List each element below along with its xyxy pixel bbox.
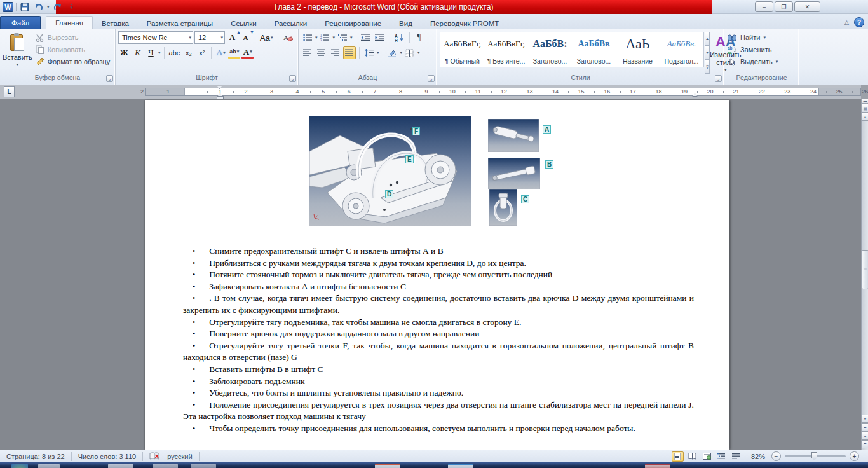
font-color-button[interactable]: А▾ [241,46,254,59]
format-painter-button[interactable]: Формат по образцу [35,57,111,67]
bullets-dropdown[interactable]: ▾ [315,35,318,40]
multilevel-list-button[interactable] [336,31,349,44]
word-logo-icon[interactable]: W [3,2,13,12]
next-page-button[interactable]: ⏷ [862,440,868,448]
show-marks-button[interactable]: ¶ [413,31,426,44]
proofing-status[interactable] [143,450,166,462]
increase-indent-button[interactable] [374,31,386,44]
shrink-font-button[interactable]: А▼ [240,31,252,44]
zoom-slider-thumb[interactable] [811,452,817,460]
taskbar-icon[interactable] [108,464,133,468]
decrease-indent-button[interactable] [360,31,372,44]
highlight-color-button[interactable]: ab▾ [228,46,240,59]
change-case-button[interactable]: Аа▾ [259,31,275,44]
hanging-indent-marker[interactable] [217,93,222,99]
draft-view-button[interactable] [730,451,742,462]
style-normal[interactable]: АаБбВвГг, ¶ Обычный [440,32,484,67]
font-name-combo[interactable]: Times New Rc ▾ [118,31,193,44]
borders-button[interactable] [403,46,416,59]
select-browse-object-button[interactable]: ● [862,432,868,440]
shading-dropdown[interactable]: ▾ [400,50,403,55]
taskbar-icon[interactable] [38,464,60,468]
scroll-down-icon[interactable]: ▼ [862,415,868,423]
find-button[interactable]: Найти▾ [727,32,796,43]
styles-more-button[interactable]: ⊽ [705,60,710,74]
styles-scroll-up[interactable]: ▲ [705,32,710,46]
vertical-scrollbar[interactable]: ▬ ▤ ▲ ▼ ⏶ ● ⏷ [861,99,868,450]
tab-file[interactable]: Файл [0,16,41,29]
language-indicator[interactable]: русский [166,450,198,462]
horizontal-ruler[interactable]: 2 1 123456789101112131415161718192021222… [145,88,861,96]
style-no-spacing[interactable]: АаБбВвГг, ¶ Без инте... [484,32,528,67]
select-button[interactable]: Выделить▾ [727,57,796,67]
superscript-button[interactable]: х² [196,46,208,59]
paragraph-dialog-launcher[interactable]: ⌟ [428,75,435,82]
print-layout-view-button[interactable] [672,451,684,462]
minimize-button[interactable]: – [755,1,773,12]
undo-dropdown[interactable]: ▾ [47,4,50,10]
bullet-list[interactable]: •Снимите предохранительный штифт С и изв… [183,245,694,435]
split-handle[interactable]: ▬ [862,99,868,104]
taskbar-icon[interactable] [153,464,178,468]
scroll-up-icon[interactable]: ▲ [862,113,868,121]
help-icon[interactable]: ? [854,17,864,27]
start-button[interactable] [11,464,28,468]
word-count[interactable]: Число слов: 3 110 [72,450,143,462]
taskbar-icon[interactable] [191,464,216,468]
taskbar-icon[interactable] [375,464,400,468]
customize-qat-button[interactable]: ▾ [66,2,78,13]
close-button[interactable]: ✕ [794,1,820,12]
zoom-level[interactable]: 82% [751,453,765,460]
collapse-ribbon-icon[interactable]: △ [844,19,849,25]
font-size-combo[interactable]: 12 ▾ [194,31,225,44]
font-dialog-launcher[interactable]: ⌟ [289,75,296,82]
line-spacing-dropdown[interactable]: ▾ [377,50,379,55]
zoom-slider[interactable] [785,455,846,457]
tab-promt-translator[interactable]: Переводчик PROMT [421,17,508,29]
style-title[interactable]: АаЬ Название [616,32,660,67]
save-button[interactable] [19,2,31,13]
paste-button[interactable]: Вставить ▾ [3,31,32,74]
clipboard-dialog-launcher[interactable]: ⌟ [106,75,113,82]
zoom-in-button[interactable]: + [850,451,859,461]
styles-scroll-down[interactable]: ▼ [705,46,710,60]
text-effects-button[interactable]: А▾ [215,46,227,59]
tab-mailings[interactable]: Рассылки [266,17,316,29]
bullets-button[interactable] [301,31,314,44]
zoom-out-button[interactable]: − [771,451,781,461]
numbering-dropdown[interactable]: ▾ [333,35,336,40]
grow-font-button[interactable]: А▲ [226,31,238,44]
undo-button[interactable] [33,2,44,13]
fullscreen-reading-view-button[interactable] [686,451,698,462]
sort-button[interactable]: АЯ [393,31,406,44]
clear-formatting-button[interactable]: А [281,31,294,44]
tab-page-layout[interactable]: Разметка страницы [138,17,222,29]
tab-references[interactable]: Ссылки [222,17,266,29]
bold-button[interactable]: Ж [118,46,130,59]
tab-review[interactable]: Рецензирование [316,17,390,29]
line-spacing-button[interactable] [363,46,376,59]
underline-dropdown[interactable]: ▾ [158,50,161,55]
align-left-button[interactable] [301,46,314,59]
maximize-button[interactable]: ❐ [775,1,793,12]
style-heading1[interactable]: АаБбВ: Заголово... [528,32,572,67]
tab-home[interactable]: Главная [46,16,93,29]
shading-button[interactable] [386,46,399,59]
replace-button[interactable]: abac Заменить [727,45,796,55]
taskbar-icon[interactable] [448,464,473,468]
outline-view-button[interactable] [715,451,728,462]
cut-button[interactable]: Вырезать [35,32,111,43]
previous-page-button[interactable]: ⏶ [862,423,868,432]
numbering-button[interactable]: 123 [319,31,332,44]
style-heading2[interactable]: АаБбВв Заголово... [572,32,616,67]
underline-button[interactable]: Ч [145,46,157,59]
justify-button[interactable] [343,46,356,59]
page-indicator[interactable]: Страница: 8 из 22 [0,450,71,462]
multilevel-dropdown[interactable]: ▾ [350,35,353,40]
tab-insert[interactable]: Вставка [93,17,138,29]
taskbar-icon[interactable] [645,464,670,468]
tab-view[interactable]: Вид [390,17,421,29]
tab-stop-selector[interactable]: L [4,86,15,97]
align-right-button[interactable] [329,46,342,59]
windows-taskbar[interactable] [0,462,868,468]
